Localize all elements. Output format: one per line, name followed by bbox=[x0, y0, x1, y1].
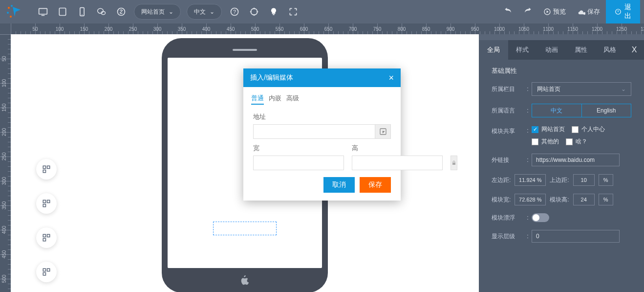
target-icon[interactable] bbox=[244, 2, 264, 22]
svg-rect-28 bbox=[43, 273, 45, 275]
chevron-down-icon: ⌄ bbox=[210, 8, 215, 15]
modal-header: 插入/编辑媒体 × bbox=[243, 68, 401, 87]
prop-lang-label: 所属语言 bbox=[492, 107, 524, 115]
device-desktop-icon[interactable] bbox=[33, 2, 53, 22]
column-select-value: 网站首页 bbox=[537, 85, 560, 93]
widget-button-4[interactable] bbox=[36, 262, 57, 282]
media-modal: 插入/编辑媒体 × 普通 内嵌 高级 地址 宽 高 bbox=[243, 68, 401, 201]
url-browse-icon[interactable] bbox=[375, 124, 391, 139]
svg-rect-18 bbox=[47, 166, 50, 168]
device-tablet-icon[interactable] bbox=[53, 2, 72, 22]
tab-animation[interactable]: 动画 bbox=[537, 40, 566, 60]
svg-point-0 bbox=[8, 7, 10, 9]
tab-global[interactable]: 全局 bbox=[479, 40, 508, 60]
tab-theme[interactable]: 风格 bbox=[595, 40, 624, 60]
svg-rect-25 bbox=[43, 239, 45, 241]
lang-cn-button[interactable]: 中文 bbox=[532, 104, 582, 117]
svg-point-2 bbox=[7, 12, 9, 14]
module-width-input[interactable] bbox=[515, 194, 546, 205]
svg-rect-26 bbox=[43, 269, 45, 271]
fullscreen-icon[interactable] bbox=[283, 2, 303, 22]
properties-panel: 全局 样式 动画 属性 风格 X 基础属性 所属栏目 : 网站首页 ⌄ 所属语言… bbox=[479, 40, 644, 292]
float-toggle[interactable] bbox=[532, 213, 549, 222]
prop-zindex-label: 显示层级 bbox=[492, 232, 524, 241]
top-margin-unit[interactable] bbox=[599, 174, 613, 186]
horizontal-ruler: 5010015020025030035040045050055060065070… bbox=[11, 23, 644, 34]
module-height-unit[interactable] bbox=[599, 194, 613, 205]
module-width-label: 模块宽: bbox=[492, 196, 511, 204]
svg-rect-17 bbox=[43, 166, 45, 168]
top-toolbar: 网站首页 ⌄ 中文 ⌄ ? 预览 保存 退出 bbox=[0, 0, 644, 23]
left-margin-label: 左边距: bbox=[492, 176, 511, 184]
svg-point-3 bbox=[10, 16, 12, 18]
external-link-input[interactable] bbox=[532, 154, 620, 166]
lang-en-button[interactable]: English bbox=[582, 104, 632, 117]
prop-float-label: 模块漂浮 bbox=[492, 214, 524, 222]
tab-style[interactable]: 样式 bbox=[508, 40, 537, 60]
svg-rect-23 bbox=[43, 234, 45, 237]
prop-share-label: 模块共享 bbox=[492, 125, 524, 135]
modal-tab-advanced[interactable]: 高级 bbox=[286, 94, 299, 105]
page-select-label: 网站首页 bbox=[141, 8, 165, 16]
panel-close-button[interactable]: X bbox=[624, 45, 644, 54]
top-margin-input[interactable] bbox=[573, 174, 595, 186]
height-input[interactable] bbox=[352, 156, 443, 170]
widget-button-3[interactable] bbox=[36, 227, 57, 248]
page-select-dropdown[interactable]: 网站首页 ⌄ bbox=[134, 4, 181, 20]
module-height-input[interactable] bbox=[573, 194, 595, 205]
width-input[interactable] bbox=[253, 156, 344, 170]
preview-label: 预览 bbox=[553, 7, 566, 16]
chevron-down-icon: ⌄ bbox=[169, 8, 173, 15]
svg-rect-14 bbox=[273, 14, 274, 15]
tab-attribute[interactable]: 属性 bbox=[566, 40, 596, 60]
selected-element[interactable] bbox=[213, 222, 277, 235]
modal-tab-normal[interactable]: 普通 bbox=[251, 94, 264, 105]
svg-rect-5 bbox=[59, 8, 65, 16]
svg-point-13 bbox=[251, 8, 257, 15]
app-logo bbox=[4, 2, 23, 22]
vertical-ruler: 50100150200250300350400450500550600 bbox=[0, 23, 11, 292]
save-button[interactable]: 保存 bbox=[572, 0, 606, 23]
modal-body: 地址 宽 高 取消 保存 bbox=[243, 110, 401, 201]
modal-cancel-button[interactable]: 取消 bbox=[323, 177, 355, 193]
modal-save-button[interactable]: 保存 bbox=[360, 177, 391, 193]
undo-icon[interactable] bbox=[498, 2, 518, 22]
redo-icon[interactable] bbox=[518, 2, 537, 22]
svg-point-7 bbox=[82, 14, 83, 15]
modal-tab-embed[interactable]: 内嵌 bbox=[269, 94, 281, 105]
column-select[interactable]: 网站首页 ⌄ bbox=[532, 82, 631, 96]
zindex-input[interactable] bbox=[532, 230, 620, 243]
svg-rect-22 bbox=[43, 204, 45, 207]
help-icon[interactable]: ? bbox=[225, 2, 244, 22]
language-select-dropdown[interactable]: 中文 ⌄ bbox=[187, 4, 222, 20]
modal-close-icon[interactable]: × bbox=[388, 73, 394, 83]
prop-link-label: 外链接 bbox=[492, 156, 524, 164]
height-label: 高 bbox=[352, 144, 443, 153]
chevron-down-icon: ⌄ bbox=[621, 86, 626, 92]
widget-button-1[interactable] bbox=[36, 159, 57, 180]
share-other-checkbox[interactable]: 其他的 bbox=[532, 137, 559, 146]
lock-aspect-icon[interactable] bbox=[451, 156, 457, 170]
svg-rect-20 bbox=[43, 200, 45, 202]
lightbulb-icon[interactable] bbox=[264, 2, 283, 22]
preview-button[interactable]: 预览 bbox=[537, 0, 572, 23]
svg-rect-19 bbox=[43, 170, 45, 173]
widget-button-2[interactable] bbox=[36, 193, 57, 214]
width-label: 宽 bbox=[253, 144, 344, 153]
left-margin-input[interactable] bbox=[515, 174, 546, 186]
exit-button[interactable]: 退出 bbox=[606, 0, 640, 23]
svg-point-1 bbox=[11, 5, 13, 7]
svg-rect-27 bbox=[47, 269, 50, 271]
side-toolbar bbox=[36, 159, 57, 282]
miniapp-icon[interactable] bbox=[111, 2, 131, 22]
wechat-icon[interactable] bbox=[92, 2, 111, 22]
module-height-label: 模块高: bbox=[550, 196, 569, 204]
share-what-checkbox[interactable]: 啥？ bbox=[566, 137, 587, 146]
share-personal-checkbox[interactable]: 个人中心 bbox=[572, 125, 605, 134]
section-title-basic: 基础属性 bbox=[492, 67, 631, 75]
device-mobile-icon[interactable] bbox=[72, 2, 92, 22]
share-home-checkbox[interactable]: ✓网站首页 bbox=[532, 125, 565, 134]
svg-text:?: ? bbox=[233, 9, 236, 15]
url-input[interactable] bbox=[253, 124, 375, 139]
svg-rect-21 bbox=[47, 200, 50, 202]
